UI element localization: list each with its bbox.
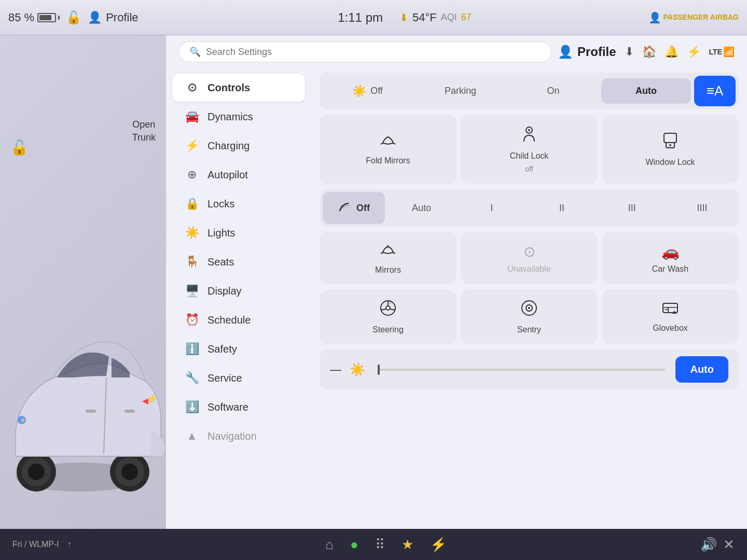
brightness-minus-icon: —	[330, 363, 341, 376]
display-icon: 🖥️	[185, 284, 199, 298]
aqi-value: 67	[461, 12, 472, 23]
battery-info: 85 %	[8, 11, 60, 24]
auto-lights-active-button[interactable]: ≡A	[694, 76, 736, 106]
car-wash-button[interactable]: 🚗 Car Wash	[602, 232, 739, 284]
auto-brightness-button[interactable]: Auto	[675, 356, 728, 383]
search-container[interactable]: 🔍	[178, 41, 551, 62]
download-icon-header[interactable]: ⬇	[625, 45, 634, 59]
profile-icon-top: 👤	[88, 11, 102, 24]
charging-icon: ⚡	[185, 139, 199, 152]
open-label: Open	[132, 118, 156, 131]
svg-rect-9	[125, 410, 135, 413]
window-lock-button[interactable]: Window Lock	[602, 115, 739, 184]
auto-lights-icon: ≡A	[707, 83, 724, 99]
svg-line-14	[381, 143, 383, 144]
taskbar-center-icons: ⌂ ● ⠿ ★ ⚡	[325, 537, 446, 553]
svg-line-15	[393, 143, 395, 144]
route-arrow: ↑	[67, 540, 72, 549]
child-lock-label: Child Lock	[510, 151, 549, 161]
mirrors-button[interactable]: ↕ Mirrors	[320, 232, 457, 284]
signal-bars-icon: 📶	[723, 46, 735, 58]
lights-on-label: On	[547, 86, 559, 96]
sidebar-dynamics-label: Dynamics	[208, 111, 253, 123]
sidebar-item-autopilot[interactable]: ⊕ Autopilot	[172, 161, 305, 189]
schedule-icon: ⏰	[185, 313, 199, 327]
auto-brightness-label: Auto	[690, 363, 714, 375]
sidebar-item-software[interactable]: ⬇️ Software	[172, 393, 305, 421]
brightness-slider[interactable]	[378, 369, 665, 371]
taskbar-bluetooth-icon[interactable]: ⚡	[430, 537, 447, 553]
bluetooth-icon-header[interactable]: ⚡	[687, 45, 701, 59]
lights-on-button[interactable]: On	[508, 78, 598, 104]
sidebar-display-label: Display	[208, 285, 242, 297]
wiper-off-button[interactable]: Off	[323, 192, 385, 224]
sidebar-item-charging[interactable]: ⚡ Charging	[172, 132, 305, 160]
sidebar-item-locks[interactable]: 🔒 Locks	[172, 190, 305, 218]
lock-icon: 🔓	[66, 10, 81, 25]
sidebar-item-navigation[interactable]: ▲ Navigation	[172, 422, 305, 450]
wiper-speed2-button[interactable]: II	[528, 194, 595, 222]
sidebar-navigation-label: Navigation	[208, 430, 257, 442]
fold-mirrors-button[interactable]: Fold Mirrors	[320, 115, 457, 184]
wiper-speed4-label: IIII	[697, 203, 707, 214]
passenger-airbag-indicator: 👤 PASSENGER AIRBAG	[648, 11, 739, 24]
car-wash-label: Car Wash	[652, 264, 689, 274]
steering-controls-grid: ↕ Steering Sentry	[320, 289, 739, 344]
brightness-control-row: — ☀️ Auto	[320, 349, 739, 390]
wiper-auto-button[interactable]: Auto	[388, 194, 455, 222]
top-bar-left: 85 % 🔓 👤 Profile	[8, 10, 174, 25]
header-icons: 👤 Profile ⬇ 🏠 🔔 ⚡ LTE 📶	[558, 45, 735, 59]
taskbar-volume-icon[interactable]: 🔊	[700, 537, 717, 553]
search-input[interactable]	[206, 47, 541, 58]
sidebar-nav: ⊙ Controls 🚘 Dynamics ⚡ Charging ⊕ Autop…	[166, 68, 311, 529]
unavailable-label: Unavailable	[507, 264, 551, 274]
sidebar-item-lights[interactable]: ☀️ Lights	[172, 219, 305, 247]
wiper-speed3-button[interactable]: III	[599, 194, 666, 222]
taskbar-media-icon[interactable]: ●	[350, 537, 358, 553]
svg-point-6	[121, 464, 138, 480]
wiper-speed1-label: I	[490, 203, 493, 214]
lights-auto-button[interactable]: Auto	[601, 78, 691, 104]
passenger-airbag-label: PASSENGER AIRBAG	[663, 13, 739, 22]
wiper-speed1-button[interactable]: I	[458, 194, 525, 222]
taskbar-home-icon[interactable]: ⌂	[325, 537, 334, 553]
controls-main-content: ☀️ Off Parking On Auto ≡A	[311, 68, 747, 529]
svg-text:⚡: ⚡	[146, 393, 158, 404]
steering-icon: ↕	[379, 299, 397, 321]
lock-unlock-icon[interactable]: 🔓	[10, 139, 29, 156]
steering-label: Steering	[372, 325, 404, 334]
child-lock-button[interactable]: Child Lock off	[461, 115, 598, 184]
sidebar-item-schedule[interactable]: ⏰ Schedule	[172, 306, 305, 334]
wiper-speed4-button[interactable]: IIII	[669, 194, 736, 222]
download-icon-top: ⬇	[399, 11, 408, 24]
time-display: 1:11 pm	[338, 10, 383, 25]
lights-off-button[interactable]: ☀️ Off	[323, 77, 412, 105]
sentry-button[interactable]: Sentry	[461, 289, 598, 344]
sidebar-item-controls[interactable]: ⊙ Controls	[172, 74, 305, 102]
bell-icon-header[interactable]: 🔔	[665, 45, 679, 59]
sentry-label: Sentry	[517, 325, 541, 334]
taskbar-right: 🔊 ✕	[700, 537, 735, 553]
sidebar-item-dynamics[interactable]: 🚘 Dynamics	[172, 103, 305, 131]
taskbar-close-icon[interactable]: ✕	[723, 537, 735, 553]
home-icon-header[interactable]: 🏠	[642, 45, 656, 59]
sidebar-item-seats[interactable]: 🪑 Seats	[172, 248, 305, 276]
unavailable-button[interactable]: ⊙ Unavailable	[461, 232, 598, 284]
taskbar-star-icon[interactable]: ★	[402, 537, 413, 553]
steering-button[interactable]: ↕ Steering	[320, 289, 457, 344]
fold-mirrors-label: Fold Mirrors	[366, 156, 410, 165]
taskbar-apps-icon[interactable]: ⠿	[375, 537, 385, 553]
sidebar-item-safety[interactable]: ℹ️ Safety	[172, 335, 305, 363]
mirrors-label: Mirrors	[375, 265, 401, 275]
sidebar-item-display[interactable]: 🖥️ Display	[172, 277, 305, 305]
lights-off-label: Off	[370, 86, 383, 96]
autopilot-icon: ⊕	[185, 168, 199, 181]
lights-parking-button[interactable]: Parking	[416, 78, 505, 104]
open-trunk-label[interactable]: Open Trunk	[132, 118, 156, 144]
profile-header-item[interactable]: 👤 Profile	[558, 45, 616, 59]
glovebox-button[interactable]: Glovebox	[602, 289, 739, 344]
sidebar-item-service[interactable]: 🔧 Service	[172, 364, 305, 392]
temperature-display: 54°F	[412, 11, 437, 24]
top-profile-item[interactable]: 👤 Profile	[88, 11, 138, 24]
lights-icon: ☀️	[185, 226, 199, 240]
